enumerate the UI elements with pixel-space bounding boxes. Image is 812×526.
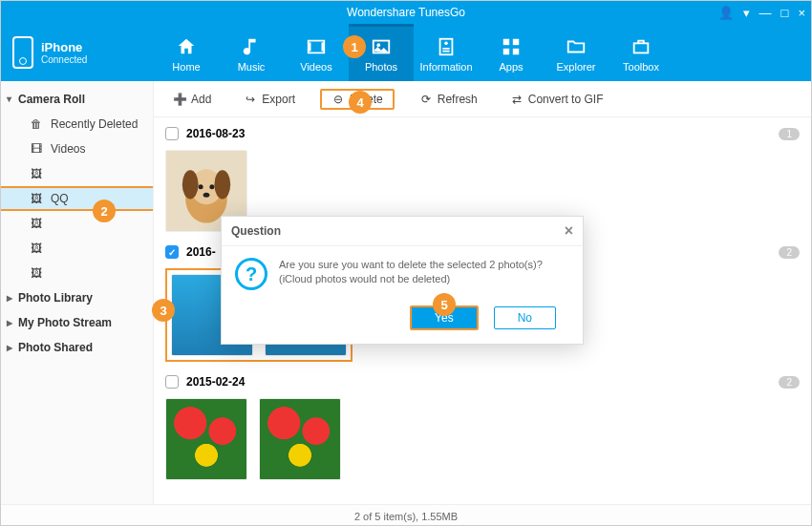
toolbox-icon	[630, 36, 652, 57]
sidebar-item-label: QQ	[51, 192, 69, 205]
explorer-icon	[565, 36, 588, 57]
convert-icon: ⇄	[510, 93, 524, 106]
nav-home-label: Home	[172, 61, 200, 73]
close-icon[interactable]: ×	[565, 222, 573, 240]
photo-thumbnail[interactable]	[165, 398, 247, 480]
group-header[interactable]: 2015-02-24 2	[165, 369, 800, 394]
group-checkbox[interactable]	[165, 375, 179, 389]
sidebar-item-label: Videos	[51, 142, 85, 156]
group-count: 2	[779, 246, 800, 259]
step-3: 3	[152, 299, 175, 322]
toolbar-label: Convert to GIF	[528, 93, 604, 106]
sidebar-group-camera-roll[interactable]: Camera Roll	[1, 87, 153, 112]
convert-button[interactable]: ⇄ Convert to GIF	[502, 89, 611, 110]
status-text: 2 of 5 item(s), 1.55MB	[354, 511, 458, 522]
image-icon: 🖼	[30, 266, 43, 280]
nav-information-label: Information	[419, 61, 472, 73]
confirm-dialog: Question × ? Are you sure you want to de…	[221, 216, 584, 345]
toolbar: ➕ Add ↪ Export ⊖ Delete ⟳ Refresh ⇄ Conv…	[154, 81, 811, 117]
group-count: 1	[779, 128, 800, 140]
nav-home[interactable]: Home	[154, 24, 219, 81]
videos-icon	[305, 36, 328, 57]
nav-videos[interactable]: Videos	[284, 24, 349, 81]
svg-rect-6	[503, 48, 509, 53]
question-icon: ?	[235, 258, 267, 290]
plus-icon: ➕	[173, 93, 186, 106]
sidebar-item-label	[51, 167, 74, 180]
minimize-button[interactable]: —	[759, 6, 772, 20]
add-button[interactable]: ➕ Add	[165, 89, 219, 110]
device-text: iPhone Connected	[41, 40, 87, 65]
refresh-icon: ⟳	[419, 93, 433, 106]
svg-point-15	[209, 184, 214, 189]
information-icon	[435, 36, 458, 57]
dialog-buttons: Yes No	[222, 296, 583, 344]
svg-point-1	[376, 43, 380, 47]
sidebar-item-videos[interactable]: 🎞 Videos	[1, 137, 153, 161]
nav-toolbox[interactable]: Toolbox	[609, 24, 673, 81]
toolbar-label: Add	[191, 93, 211, 106]
nav-explorer[interactable]: Explorer	[544, 24, 609, 81]
sidebar-item-label: My Photo Stream	[18, 316, 112, 329]
group-header[interactable]: 2016-08-23 1	[165, 121, 800, 146]
sidebar-group-photo-shared[interactable]: Photo Shared	[1, 335, 153, 360]
sidebar-item-blur1[interactable]: 🖼	[1, 161, 153, 186]
dialog-message: Are you sure you want to delete the sele…	[279, 258, 569, 287]
statusbar: 2 of 5 item(s), 1.55MB	[1, 504, 811, 526]
group-date: 2016-08-23	[186, 127, 245, 140]
dialog-title: Question	[231, 224, 281, 238]
group-checkbox[interactable]	[165, 127, 179, 140]
apps-icon	[500, 36, 523, 57]
image-icon: 🖼	[30, 192, 43, 205]
maximize-button[interactable]: □	[781, 6, 789, 20]
close-button[interactable]: ×	[798, 6, 805, 20]
image-icon: 🖼	[30, 217, 43, 230]
photo-thumbnail[interactable]	[259, 398, 341, 480]
group-date: 2016-	[186, 245, 216, 259]
svg-point-3	[444, 41, 448, 45]
sidebar-item-blur4[interactable]: 🖼	[1, 261, 153, 285]
sidebar-item-label: Recently Deleted	[51, 117, 138, 131]
step-1: 1	[343, 35, 366, 58]
delete-icon: ⊖	[331, 93, 345, 106]
sidebar-group-my-photo-stream[interactable]: My Photo Stream	[1, 310, 153, 335]
music-icon	[240, 36, 263, 57]
nav-apps[interactable]: Apps	[479, 24, 544, 81]
sidebar-item-label	[51, 266, 74, 280]
no-button[interactable]: No	[494, 306, 556, 329]
step-5: 5	[433, 293, 456, 316]
sidebar-group-photo-library[interactable]: Photo Library	[1, 285, 153, 310]
toolbar-label: Export	[262, 93, 295, 106]
nav-apps-label: Apps	[499, 61, 523, 73]
svg-rect-8	[634, 43, 649, 53]
nav-toolbox-label: Toolbox	[623, 61, 659, 73]
dialog-body: ? Are you sure you want to delete the se…	[222, 246, 583, 296]
phone-icon	[12, 36, 33, 69]
sidebar-item-recently-deleted[interactable]: 🗑 Recently Deleted	[1, 112, 153, 137]
sidebar-item-label	[51, 217, 74, 230]
titlebar: Wondershare TunesGo 👤 ▾ — □ ×	[1, 1, 811, 24]
trash-icon: 🗑	[30, 117, 43, 131]
image-icon: 🖼	[30, 167, 43, 180]
step-4: 4	[349, 91, 372, 114]
group-checkbox[interactable]: ✓	[165, 245, 179, 259]
nav: Home Music Videos Photos Information App…	[154, 24, 811, 81]
nav-information[interactable]: Information	[414, 24, 479, 81]
nav-music[interactable]: Music	[219, 24, 284, 81]
sidebar-item-blur2[interactable]: 🖼	[1, 211, 153, 236]
svg-point-16	[203, 193, 210, 198]
export-button[interactable]: ↪ Export	[236, 89, 303, 110]
nav-photos-label: Photos	[365, 61, 397, 73]
user-icon[interactable]: 👤	[718, 6, 734, 20]
device-panel[interactable]: iPhone Connected	[1, 36, 154, 69]
svg-rect-2	[440, 38, 453, 54]
thumb-row	[165, 394, 800, 488]
sidebar-item-qq[interactable]: 🖼 QQ	[1, 186, 153, 211]
export-icon: ↪	[244, 93, 257, 106]
sidebar-item-blur3[interactable]: 🖼	[1, 236, 153, 261]
user-dropdown[interactable]: ▾	[743, 6, 750, 20]
sidebar-item-label	[51, 242, 74, 255]
refresh-button[interactable]: ⟳ Refresh	[412, 89, 485, 110]
group-date: 2015-02-24	[186, 375, 245, 389]
svg-rect-7	[513, 48, 519, 53]
